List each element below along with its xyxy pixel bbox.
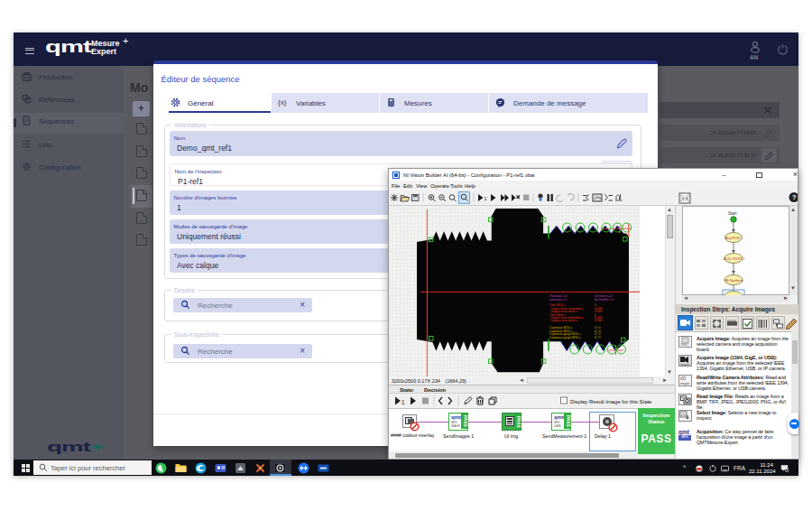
svg-text:0.306: 0.306	[595, 319, 603, 322]
svg-text:Capteaux gorge M16 =: Capteaux gorge M16 =	[549, 336, 581, 339]
svg-text:ACQ / FILET 2: ACQ / FILET 2	[724, 257, 745, 261]
svg-text:I/O: I/O	[680, 376, 687, 381]
svg-text:Start: Start	[728, 211, 737, 216]
svg-text:?: ?	[792, 193, 797, 201]
svg-text:1: 1	[786, 469, 788, 472]
svg-text:RE Synthese: RE Synthese	[724, 279, 743, 283]
svg-text:1: 1	[484, 196, 487, 201]
svg-text:- largeur max fond =: - largeur max fond =	[549, 319, 577, 322]
svg-text:images: images	[680, 363, 690, 367]
svg-text:0 / 0: 0 / 0	[595, 336, 601, 339]
svg-text:asservun = 0: asservun = 0	[549, 298, 567, 302]
svg-text:(or find bn = 0: (or find bn = 0	[595, 298, 614, 302]
svg-text:1: 1	[401, 399, 405, 405]
svg-text:Display Result Image for this: Display Result Image for this State	[570, 399, 652, 404]
svg-text:IMAQ: IMAQ	[680, 343, 688, 347]
svg-text:Acq FILET: Acq FILET	[725, 237, 742, 240]
svg-text:images: images	[680, 382, 690, 386]
